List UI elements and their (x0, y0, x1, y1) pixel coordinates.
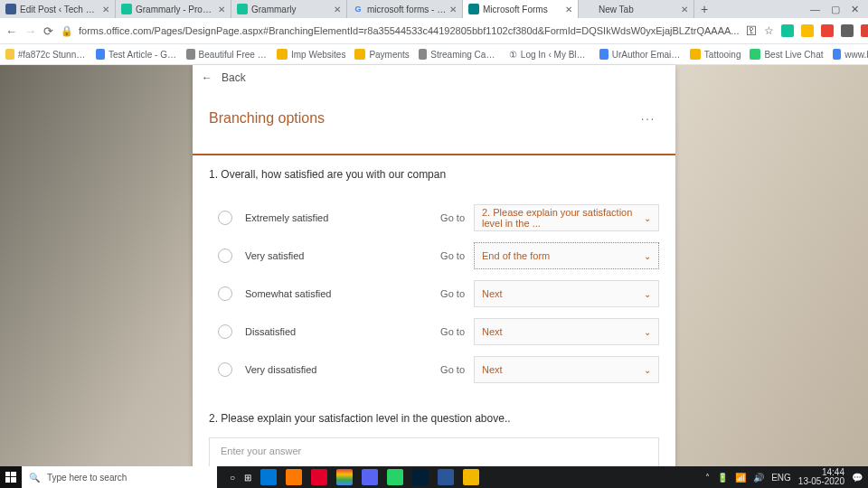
back-button[interactable]: ← Back (193, 65, 675, 90)
radio-icon[interactable] (218, 324, 232, 339)
bookmark[interactable]: Imp Websites (277, 49, 345, 60)
close-icon[interactable]: ✕ (334, 5, 341, 14)
radio-icon[interactable] (218, 211, 232, 225)
new-tab-button[interactable]: + (694, 2, 714, 16)
key-icon[interactable]: ⚿ (746, 24, 757, 37)
favicon (584, 4, 595, 14)
back-icon[interactable]: ← (5, 24, 17, 38)
ext-icon[interactable] (801, 24, 814, 37)
task-view-icon[interactable]: ⊞ (244, 473, 251, 483)
tab-3[interactable]: Gmicrosoft forms - Google Se✕ (347, 0, 463, 18)
bookmark[interactable]: Test Article - Googl... (96, 49, 177, 60)
goto-select[interactable]: Next⌄ (474, 318, 659, 345)
goto-label: Go to (440, 364, 465, 375)
taskbar-search[interactable]: 🔍Type here to search (22, 466, 217, 488)
option-label: Very dissatisfied (245, 364, 440, 375)
goto-select[interactable]: Next⌄ (474, 280, 659, 307)
option-label: Dissatisfied (245, 326, 440, 337)
bookmark[interactable]: Payments (354, 49, 409, 60)
favicon (468, 4, 479, 14)
grammarly-icon[interactable] (781, 24, 794, 37)
favicon: G (353, 4, 363, 14)
whatsapp-icon[interactable] (387, 469, 403, 485)
photoshop-icon[interactable] (412, 469, 429, 485)
ext-icon[interactable] (821, 24, 834, 37)
cortana-icon[interactable]: ○ (230, 473, 235, 483)
close-window-icon[interactable]: ✕ (851, 4, 859, 15)
goto-label: Go to (440, 250, 465, 261)
address-bar: ← → ⟳ 🔒forms.office.com/Pages/DesignPage… (0, 18, 868, 44)
goto-label: Go to (440, 288, 465, 299)
explorer-icon[interactable] (463, 469, 479, 485)
chevron-down-icon: ⌄ (644, 365, 651, 375)
chevron-down-icon: ⌄ (644, 327, 651, 337)
bookmark[interactable]: www.bootnet.in - G... (833, 49, 869, 60)
favicon (237, 4, 248, 14)
svg-rect-0 (5, 472, 10, 476)
goto-select[interactable]: 2. Please explain your satisfaction leve… (474, 204, 659, 231)
bookmark[interactable]: Best Live Chat (750, 49, 823, 60)
start-button[interactable] (0, 466, 22, 488)
toolbar-extensions: ⚿ ☆ ƒ ♪ V ⋮ (746, 23, 868, 38)
goto-select[interactable]: Next⌄ (474, 356, 659, 383)
goto-select[interactable]: End of the form⌄ (474, 242, 659, 269)
chevron-down-icon: ⌄ (644, 251, 651, 261)
radio-icon[interactable] (218, 362, 232, 377)
word-icon[interactable] (438, 469, 454, 485)
volume-icon[interactable]: 🔊 (753, 473, 764, 483)
option-row: Extremely satisfied Go to 2. Please expl… (209, 199, 659, 237)
option-label: Very satisfied (245, 250, 440, 261)
tab-4[interactable]: Microsoft Forms✕ (463, 0, 579, 18)
question-2: 2. Please explain your satisfaction leve… (209, 412, 659, 425)
wifi-icon[interactable]: 📶 (735, 473, 746, 483)
option-label: Somewhat satisfied (245, 288, 440, 299)
tab-0[interactable]: Edit Post ‹ Tech Viral — Wor✕ (0, 0, 116, 18)
forward-icon[interactable]: → (24, 24, 36, 38)
radio-icon[interactable] (218, 286, 232, 301)
tray-chevron-icon[interactable]: ˄ (705, 473, 710, 483)
bookmark[interactable]: Beautiful Free Imag... (186, 49, 268, 60)
page-content: ← Back Branching options ... 1. Overall,… (0, 65, 868, 488)
search-icon: 🔍 (29, 473, 40, 483)
clock[interactable]: 14:4413-05-2020 (798, 468, 844, 486)
option-label: Extremely satisfied (245, 212, 440, 223)
option-row: Somewhat satisfied Go to Next⌄ (209, 275, 659, 313)
chrome-icon[interactable] (336, 469, 353, 485)
firefox-icon[interactable] (286, 469, 302, 485)
close-icon[interactable]: ✕ (218, 5, 225, 14)
battery-icon[interactable]: 🔋 (717, 473, 728, 483)
notifications-icon[interactable]: 💬 (852, 473, 863, 483)
language-indicator[interactable]: ENG (771, 473, 791, 483)
branching-card: ← Back Branching options ... 1. Overall,… (193, 65, 675, 488)
minimize-icon[interactable]: — (810, 4, 820, 15)
reload-icon[interactable]: ⟳ (43, 24, 53, 38)
close-icon[interactable]: ✕ (681, 5, 688, 14)
close-icon[interactable]: ✕ (449, 5, 457, 14)
tab-5[interactable]: New Tab✕ (579, 0, 694, 18)
option-row: Very satisfied Go to End of the form⌄ (209, 237, 659, 275)
bookmark[interactable]: Tattooing (690, 49, 741, 60)
opera-icon[interactable] (311, 469, 327, 485)
tab-2[interactable]: Grammarly✕ (231, 0, 347, 18)
app-icon[interactable] (362, 469, 378, 485)
divider (193, 154, 675, 155)
lock-icon: 🔒 (61, 25, 73, 37)
url-field[interactable]: 🔒forms.office.com/Pages/DesignPage.aspx#… (61, 25, 739, 37)
close-icon[interactable]: ✕ (102, 5, 109, 14)
bookmark[interactable]: UrAuthor Email - G... (599, 49, 681, 60)
ext-icon[interactable] (841, 24, 854, 37)
tab-1[interactable]: Grammarly - ProSeoTools_✕ (116, 0, 231, 18)
svg-rect-3 (11, 477, 16, 483)
star-icon[interactable]: ☆ (764, 24, 774, 37)
edge-icon[interactable] (260, 469, 277, 485)
radio-icon[interactable] (218, 249, 232, 263)
page-title: Branching options (209, 110, 659, 127)
bookmark[interactable]: #fa872c Stunning F... (5, 49, 87, 60)
back-label: Back (222, 71, 246, 84)
close-icon[interactable]: ✕ (565, 5, 572, 14)
bookmark[interactable]: ①Log In ‹ My Blog —... (509, 50, 590, 60)
maximize-icon[interactable]: ▢ (831, 4, 840, 15)
camera-icon[interactable] (861, 24, 868, 37)
more-menu[interactable]: ... (641, 110, 656, 123)
bookmark[interactable]: Streaming Camera |... (419, 49, 500, 60)
